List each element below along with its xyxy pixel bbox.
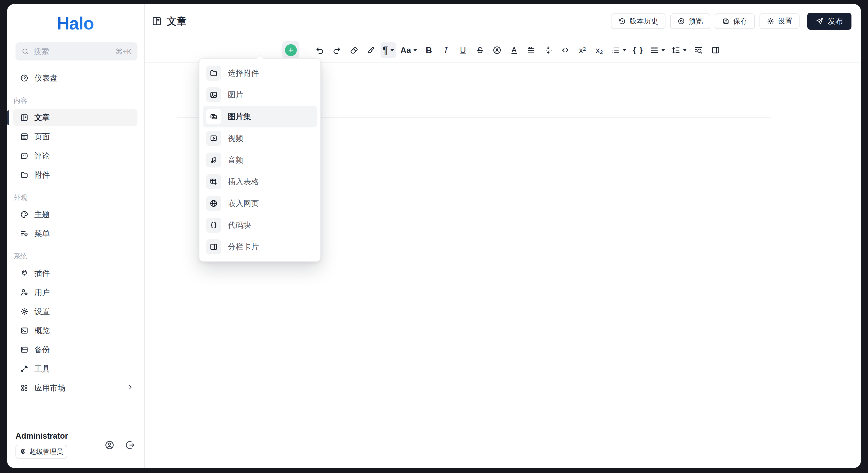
sidebar-item-overview[interactable]: 概览 [13, 322, 137, 339]
sidebar-item-plugins[interactable]: 插件 [13, 265, 137, 282]
sidebar-item-label: 概览 [34, 325, 50, 336]
search-input[interactable] [34, 47, 111, 56]
insert-menu-item-columns[interactable]: 分栏卡片 [203, 236, 317, 258]
strikethrough-glyph: S [477, 46, 483, 55]
find-replace-button[interactable] [691, 42, 706, 58]
user-name: Administrator [16, 432, 68, 441]
insert-menu-item-image[interactable]: 图片 [203, 84, 317, 106]
sidebar-item-label: 设置 [34, 306, 50, 317]
sidebar-item-pages[interactable]: 页面 [13, 128, 137, 145]
sidebar-item-label: 菜单 [34, 229, 50, 239]
insert-menu-item-table[interactable]: 插入表格 [203, 171, 317, 193]
insert-menu-item-gallery[interactable]: 图片集 [203, 106, 317, 127]
search-shortcut: ⌘+K [116, 47, 132, 56]
menu-item-label: 音频 [228, 155, 243, 166]
posts-icon [151, 16, 162, 27]
typography-button[interactable]: Aa [398, 42, 419, 58]
sidebar-item-themes[interactable]: 主题 [13, 206, 137, 223]
header-actions: 版本历史 预览 保存 设置 发布 [611, 13, 851, 30]
blockquote-button[interactable] [524, 42, 538, 58]
insert-button[interactable] [282, 41, 300, 59]
vertical-collapse-icon [544, 46, 553, 55]
search-box[interactable]: ⌘+K [16, 42, 137, 60]
sidebar-user-area: Administrator 超级管理员 [13, 432, 137, 459]
sidebar-item-posts[interactable]: 文章 [13, 109, 137, 126]
sidebar-item-dashboard[interactable]: 仪表盘 [13, 70, 137, 86]
sidebar-item-label: 评论 [34, 151, 50, 161]
clear-format-button[interactable] [346, 42, 362, 58]
grid-circles-icon [20, 384, 29, 392]
line-height-icon [672, 46, 681, 55]
columns-button[interactable] [708, 42, 723, 58]
sidebar-item-menus[interactable]: 菜单 [13, 226, 137, 242]
sidebar-item-label: 仪表盘 [34, 73, 58, 84]
chevron-right-icon [127, 384, 134, 393]
sidebar-item-backup[interactable]: 备份 [13, 342, 137, 358]
sidebar-item-settings[interactable]: 设置 [13, 303, 137, 320]
sidebar-item-users[interactable]: 用户 [13, 284, 137, 301]
sidebar-item-label: 插件 [34, 268, 50, 278]
sidebar-item-attachments[interactable]: 附件 [13, 167, 137, 183]
text-color-icon [509, 46, 519, 55]
app-window: Halo ⌘+K 仪表盘 内容 文章 页面 评论 [7, 4, 861, 468]
page-title-text: 文章 [167, 15, 187, 28]
version-history-button[interactable]: 版本历史 [611, 13, 665, 29]
bullet-list-icon [611, 46, 620, 55]
comment-icon [20, 151, 29, 160]
insert-menu-item-video[interactable]: 视频 [203, 127, 317, 149]
settings-button[interactable]: 设置 [760, 13, 800, 29]
paragraph-style-button[interactable]: ¶ [380, 42, 396, 58]
role-badge: 超级管理员 [16, 445, 67, 459]
button-label: 预览 [688, 16, 703, 26]
undo-button[interactable] [312, 42, 327, 58]
menu-item-label: 分栏卡片 [228, 242, 259, 252]
code-block-button[interactable]: { } [630, 42, 646, 58]
vertical-collapse-button[interactable] [541, 42, 556, 58]
preview-button[interactable]: 预览 [670, 13, 710, 29]
shield-user-icon [20, 448, 27, 455]
save-button[interactable]: 保存 [715, 13, 755, 29]
user-block: Administrator 超级管理员 [16, 432, 68, 459]
publish-button[interactable]: 发布 [807, 13, 851, 30]
menu-item-label: 代码块 [228, 220, 251, 231]
inline-code-button[interactable] [558, 42, 573, 58]
sidebar-item-comments[interactable]: 评论 [13, 148, 137, 164]
insert-menu-item-audio[interactable]: 音频 [203, 149, 317, 171]
bold-button[interactable]: B [421, 42, 436, 58]
sidebar: Halo ⌘+K 仪表盘 内容 文章 页面 评论 [7, 4, 145, 468]
strikethrough-button[interactable]: S [472, 42, 488, 58]
chevron-down-icon [390, 49, 394, 52]
italic-button[interactable]: I [438, 42, 454, 58]
subscript-button[interactable]: x₂ [592, 42, 607, 58]
sidebar-item-label: 页面 [34, 131, 50, 142]
sidebar-item-app-market[interactable]: 应用市场 [13, 380, 137, 396]
page-title: 文章 [151, 15, 187, 28]
logout-icon[interactable] [125, 440, 135, 450]
align-button[interactable] [648, 42, 667, 58]
superscript-button[interactable]: x² [575, 42, 590, 58]
line-height-button[interactable] [669, 42, 689, 58]
insert-menu-item-codeblock[interactable]: 代码块 [203, 214, 317, 236]
typography-glyph: Aa [400, 46, 411, 55]
format-paint-icon [366, 46, 376, 55]
bullet-list-button[interactable] [609, 42, 628, 58]
sidebar-section-system: 系统 [14, 252, 137, 261]
text-color-button[interactable] [506, 42, 522, 58]
insert-menu-item-iframe[interactable]: 嵌入网页 [203, 193, 317, 214]
underline-button[interactable]: U [456, 42, 470, 58]
insert-menu-item-attachment[interactable]: 选择附件 [203, 62, 317, 84]
redo-button[interactable] [330, 42, 344, 58]
code-icon [561, 46, 570, 55]
storage-icon [20, 345, 29, 354]
page-header: 文章 版本历史 预览 保存 设置 [145, 4, 861, 38]
braces-icon [206, 218, 221, 233]
profile-icon[interactable] [104, 440, 115, 450]
superscript-glyph: x² [579, 46, 586, 55]
send-icon [815, 17, 824, 25]
terminal-icon [20, 326, 29, 335]
paragraph-glyph: ¶ [382, 45, 388, 56]
format-paint-button[interactable] [364, 42, 378, 58]
menu-item-label: 嵌入网页 [228, 198, 259, 209]
highlight-button[interactable] [490, 42, 504, 58]
sidebar-item-tools[interactable]: 工具 [13, 361, 137, 377]
